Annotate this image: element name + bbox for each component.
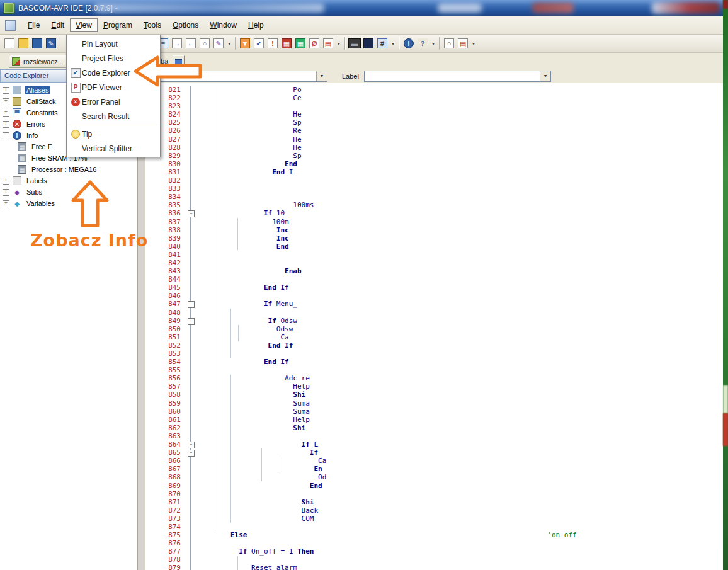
code-line[interactable]: 870 [145, 490, 723, 498]
code-line[interactable]: 875 Else 'on_off [145, 531, 723, 539]
code-line[interactable]: 836- If 10 [145, 209, 723, 217]
compile-button[interactable]: ▼ [239, 37, 251, 50]
menu-options[interactable]: Options [167, 18, 204, 32]
code-line[interactable]: 857 Help [145, 382, 723, 390]
syntax-check-button[interactable]: ✔ [253, 37, 265, 50]
code-line[interactable]: 878 [145, 556, 723, 564]
view-menu-item-tip[interactable]: Tip [67, 127, 160, 141]
view-menu-item-vertical-splitter[interactable]: Vertical Splitter [67, 141, 160, 156]
code-line[interactable]: 879 Reset_alarm [145, 564, 723, 570]
tree-item-subs[interactable]: +◆Subs [0, 186, 137, 198]
code-line[interactable]: 851 Ca [145, 333, 723, 341]
fold-toggle[interactable]: - [188, 210, 195, 217]
code-line[interactable]: 865- If [145, 448, 723, 457]
code-line[interactable]: 872 Back [145, 506, 723, 515]
code-line[interactable]: 856 Adc_re [145, 374, 723, 382]
toolbar-dropdown-caret[interactable]: ▾ [389, 41, 397, 47]
code-line[interactable]: 854 End If [145, 358, 723, 366]
menu-program[interactable]: Program [98, 18, 138, 32]
menu-tools[interactable]: Tools [138, 18, 167, 32]
code-line[interactable]: 849- If Odsw [145, 317, 723, 325]
view-menu-item-search-result[interactable]: Search Result [67, 109, 160, 123]
toolbar-dropdown-caret[interactable]: ▾ [470, 41, 477, 47]
code-line[interactable]: 825 Sp [145, 118, 723, 127]
code-line[interactable]: 830 End [145, 160, 723, 168]
code-line[interactable]: 850 Odsw [145, 325, 723, 333]
expand-toggle[interactable]: + [3, 110, 9, 117]
code-line[interactable]: 863 [145, 432, 723, 440]
toolbar-dropdown-caret[interactable]: ▾ [429, 41, 437, 47]
expand-toggle[interactable]: - [3, 132, 9, 139]
code-line[interactable]: 871 Shi [145, 498, 723, 506]
chevron-down-icon[interactable]: ▼ [316, 71, 327, 81]
simulate-button[interactable]: ▦ [280, 37, 293, 50]
code-line[interactable]: 842 [145, 259, 723, 267]
toolbar-dropdown-caret[interactable]: ▾ [225, 41, 233, 47]
chevron-down-icon[interactable]: ▼ [540, 71, 550, 81]
code-line[interactable]: 852 End If [145, 341, 723, 350]
menu-view[interactable]: View [70, 18, 98, 32]
code-line[interactable]: 867 En [145, 465, 723, 473]
code-editor[interactable]: 821 Po822 Ce823824 He825 Sp826 Re827 He8… [145, 83, 723, 570]
fold-toggle[interactable]: - [188, 318, 195, 325]
program-chip-button[interactable]: ▦ [294, 37, 307, 50]
code-line[interactable]: 833 [145, 185, 723, 193]
menu-window[interactable]: Window [204, 18, 242, 32]
code-line[interactable]: 848 [145, 309, 723, 317]
code-line[interactable]: 855 [145, 366, 723, 374]
report-button[interactable]: ▤ [322, 37, 334, 50]
expand-toggle[interactable]: + [3, 200, 9, 207]
code-line[interactable]: 841 [145, 251, 723, 259]
fold-toggle[interactable]: - [188, 450, 195, 457]
code-line[interactable]: 877 If On_off = 1 Then [145, 547, 723, 556]
code-line[interactable]: 847- If Menu_ [145, 300, 723, 308]
code-line[interactable]: 876 [145, 539, 723, 547]
code-line[interactable]: 846 [145, 292, 723, 300]
code-line[interactable]: 838 Inc [145, 226, 723, 234]
code-line[interactable]: 824 He [145, 110, 723, 118]
code-line[interactable]: 858 Shi [145, 390, 723, 399]
code-line[interactable]: 823 [145, 102, 723, 110]
unindent-button[interactable]: ← [185, 37, 197, 50]
terminal-button[interactable]: # [376, 37, 389, 50]
show-result-button[interactable]: ! [266, 37, 279, 50]
fold-toggle[interactable]: - [188, 442, 195, 448]
code-line[interactable]: 822 Ce [145, 94, 723, 102]
menu-edit[interactable]: Edit [45, 18, 70, 32]
expand-toggle[interactable]: + [3, 98, 9, 105]
code-line[interactable]: 853 [145, 350, 723, 358]
view-menu-item-pin-layout[interactable]: Pin Layout [67, 37, 160, 51]
code-line[interactable]: 840 End [145, 242, 723, 251]
pdf-report-button[interactable]: ▤ [457, 37, 469, 50]
code-line[interactable]: 829 Sp [145, 152, 723, 160]
code-line[interactable]: 859 Suma [145, 399, 723, 408]
lcd-display-button[interactable] [362, 37, 375, 50]
expand-toggle[interactable]: + [3, 87, 9, 94]
find-in-files-button[interactable]: ○ [443, 37, 455, 50]
find-button[interactable]: ○ [198, 37, 211, 50]
tree-item-processor-mega16[interactable]: ▦Processor : MEGA16 [0, 164, 137, 175]
toolbar-dropdown-caret[interactable]: ▾ [335, 41, 343, 47]
tree-item-labels[interactable]: +Labels [0, 175, 137, 186]
code-line[interactable]: 826 Re [145, 127, 723, 135]
fold-toggle[interactable]: - [188, 301, 195, 308]
code-line[interactable]: 873 COM [145, 515, 723, 523]
code-line[interactable]: 845 End If [145, 283, 723, 292]
code-line[interactable]: 864- If L [145, 440, 723, 448]
code-line[interactable]: 868 Od [145, 473, 723, 481]
file-tab[interactable]: rozsiewacz... [9, 55, 69, 68]
open-file-button[interactable] [17, 37, 30, 50]
menu-help[interactable]: Help [242, 18, 270, 32]
code-line[interactable]: 860 Suma [145, 408, 723, 416]
label-navigator-combo[interactable]: ▼ [364, 71, 551, 82]
help-button[interactable]: ? [416, 37, 429, 50]
expand-toggle[interactable]: + [3, 189, 9, 196]
code-line[interactable]: 828 He [145, 144, 723, 152]
code-line[interactable]: 821 Po [145, 86, 723, 94]
code-line[interactable]: 869 End [145, 482, 723, 490]
code-line[interactable]: 874 [145, 523, 723, 531]
code-line[interactable]: 861 Help [145, 416, 723, 424]
code-line[interactable]: 844 [145, 275, 723, 283]
code-line[interactable]: 843 Enab [145, 267, 723, 275]
code-line[interactable]: 832 [145, 176, 723, 185]
